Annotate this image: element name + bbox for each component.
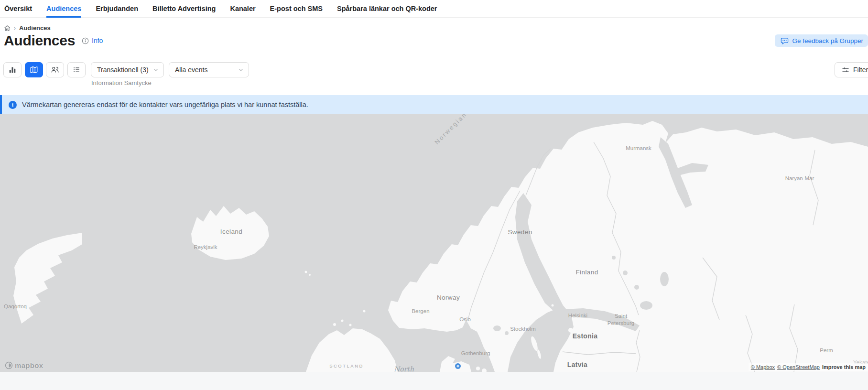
breadcrumb-separator-icon: ›	[14, 25, 16, 32]
feedback-button-label: Ge feedback på Grupper	[792, 37, 863, 44]
view-list-button[interactable]	[67, 62, 86, 77]
filter-button[interactable]: Filter	[835, 62, 868, 77]
info-link[interactable]: Info	[82, 37, 103, 44]
breadcrumb-current[interactable]: Audiences	[19, 24, 51, 32]
filter-button-label: Filter	[853, 66, 868, 74]
heatmap-info-banner: i Värmekartan genereras endast för de ko…	[0, 95, 868, 114]
banner-text: Värmekartan genereras endast för de kont…	[22, 101, 308, 108]
view-map-button[interactable]	[25, 62, 43, 77]
event-select[interactable]: Alla events	[169, 62, 249, 77]
mapbox-attribution-link[interactable]: © Mapbox	[751, 364, 775, 370]
nav-tab-oversikt[interactable]: Översikt	[4, 0, 32, 18]
top-navigation: Översikt Audiences Erbjudanden Billetto …	[0, 0, 868, 18]
nav-tab-erbjudanden[interactable]: Erbjudanden	[96, 0, 138, 18]
map-attribution: © Mapbox © OpenStreetMap Improve this ma…	[749, 363, 868, 371]
page-title: Audiences	[4, 32, 75, 49]
map-icon	[30, 65, 38, 74]
mapbox-logo-text: mapbox	[15, 361, 43, 369]
segment-select-value: Transaktionell (3)	[97, 66, 149, 74]
nav-tab-billetto-advertising[interactable]: Billetto Advertising	[152, 0, 216, 18]
heatmap-canvas[interactable]: Norwegian Murmansk Naryan-Mar Iceland Re…	[0, 114, 868, 372]
filter-sliders-icon	[842, 66, 849, 74]
people-icon	[51, 65, 59, 74]
toolbar: Transaktionell (3) Alla events Filter	[0, 62, 868, 77]
bar-chart-icon	[8, 65, 17, 74]
list-icon	[72, 65, 81, 74]
view-people-button[interactable]	[46, 62, 64, 77]
speech-bubble-icon	[781, 37, 789, 45]
osm-attribution-link[interactable]: © OpenStreetMap	[777, 364, 820, 370]
info-circle-icon	[82, 37, 89, 44]
chevron-down-icon	[238, 67, 244, 73]
home-icon[interactable]	[4, 25, 11, 32]
segment-select[interactable]: Transaktionell (3)	[91, 62, 164, 77]
view-chart-button[interactable]	[3, 62, 22, 77]
title-row: Audiences Info	[4, 32, 103, 49]
feedback-button[interactable]: Ge feedback på Grupper	[775, 34, 868, 47]
segment-select-helper: Information Samtycke	[91, 79, 152, 87]
breadcrumb: › Audiences	[4, 24, 51, 32]
event-select-value: Alla events	[175, 66, 207, 74]
contact-cluster-marker	[455, 363, 461, 369]
nav-tab-kanaler[interactable]: Kanaler	[230, 0, 255, 18]
nav-tab-audiences[interactable]: Audiences	[46, 0, 81, 18]
mapbox-logo[interactable]: mapbox	[5, 361, 43, 369]
nav-tab-epost-och-sms[interactable]: E-post och SMS	[270, 0, 323, 18]
footer-strip	[0, 372, 868, 390]
improve-map-link[interactable]: Improve this map	[822, 364, 866, 370]
chevron-down-icon	[153, 67, 159, 73]
map-geography	[0, 114, 868, 372]
mapbox-logo-icon	[5, 361, 13, 369]
nav-tab-sparbara-lankar[interactable]: Spårbara länkar och QR-koder	[337, 0, 437, 18]
info-filled-icon: i	[9, 101, 17, 109]
info-link-label: Info	[92, 37, 103, 44]
